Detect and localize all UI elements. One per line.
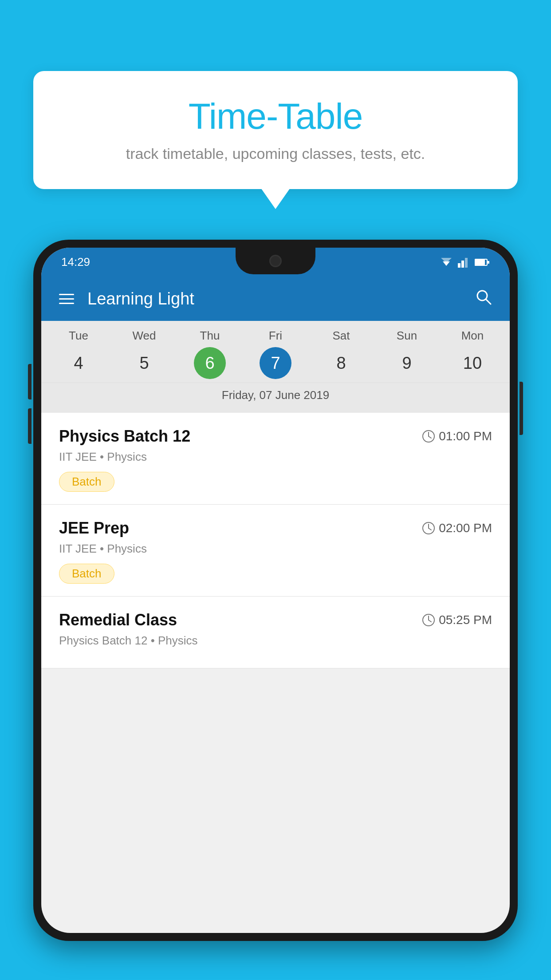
phone-shell: 14:29 <box>33 240 518 941</box>
day-number[interactable]: 4 <box>63 347 94 379</box>
day-cell-8[interactable]: Sat8 <box>312 329 370 379</box>
class-name: Physics Batch 12 <box>59 427 190 446</box>
day-cell-9[interactable]: Sun9 <box>378 329 436 379</box>
svg-marker-1 <box>441 258 452 263</box>
day-number[interactable]: 7 <box>260 347 291 379</box>
day-cell-6[interactable]: Thu6 <box>181 329 239 379</box>
svg-rect-3 <box>461 261 464 268</box>
svg-rect-4 <box>465 258 468 268</box>
app-bar: Learning Light <box>41 277 510 321</box>
signal-icon <box>458 257 470 268</box>
day-cell-7[interactable]: Fri7 <box>247 329 304 379</box>
class-card-1[interactable]: JEE Prep02:00 PMIIT JEE • PhysicsBatch <box>41 505 510 597</box>
wifi-icon <box>439 257 453 268</box>
speech-bubble-card: Time-Table track timetable, upcoming cla… <box>33 71 518 189</box>
day-name: Tue <box>69 329 88 343</box>
day-cell-10[interactable]: Mon10 <box>444 329 501 379</box>
day-number[interactable]: 5 <box>128 347 160 379</box>
class-time: 01:00 PM <box>422 429 492 443</box>
calendar-week: Tue4Wed5Thu6Fri7Sat8Sun9Mon10 Friday, 07… <box>41 321 510 413</box>
power-button <box>520 382 523 435</box>
day-name: Sun <box>397 329 417 343</box>
svg-line-15 <box>429 528 431 530</box>
app-title: Learning Light <box>87 289 475 308</box>
svg-rect-6 <box>475 260 485 265</box>
days-row: Tue4Wed5Thu6Fri7Sat8Sun9Mon10 <box>41 329 510 379</box>
class-time-text: 01:00 PM <box>439 429 492 443</box>
class-subtitle: IIT JEE • Physics <box>59 450 492 464</box>
clock-icon <box>422 522 435 535</box>
battery-icon <box>475 258 490 266</box>
svg-rect-7 <box>488 261 489 264</box>
class-header: Remedial Class05:25 PM <box>59 611 492 629</box>
hamburger-menu-button[interactable] <box>59 294 74 304</box>
day-number[interactable]: 6 <box>194 347 226 379</box>
bubble-subtitle: track timetable, upcoming classes, tests… <box>60 145 491 162</box>
class-time: 02:00 PM <box>422 521 492 535</box>
volume-up-button <box>28 364 31 399</box>
search-button[interactable] <box>475 288 492 309</box>
class-header: JEE Prep02:00 PM <box>59 519 492 537</box>
class-time-text: 02:00 PM <box>439 521 492 535</box>
svg-line-12 <box>429 436 431 438</box>
status-time: 14:29 <box>61 255 90 269</box>
day-number[interactable]: 10 <box>457 347 488 379</box>
day-name: Wed <box>133 329 156 343</box>
day-cell-4[interactable]: Tue4 <box>50 329 107 379</box>
class-name: Remedial Class <box>59 611 177 629</box>
volume-down-button <box>28 408 31 444</box>
day-number[interactable]: 8 <box>325 347 357 379</box>
bubble-title: Time-Table <box>60 95 491 137</box>
clock-icon <box>422 430 435 443</box>
day-number[interactable]: 9 <box>391 347 423 379</box>
clock-icon <box>422 613 435 627</box>
batch-badge: Batch <box>59 472 114 492</box>
batch-badge: Batch <box>59 564 114 584</box>
class-card-2[interactable]: Remedial Class05:25 PMPhysics Batch 12 •… <box>41 597 510 668</box>
svg-line-18 <box>429 620 431 622</box>
class-subtitle: IIT JEE • Physics <box>59 542 492 556</box>
class-name: JEE Prep <box>59 519 129 537</box>
day-name: Mon <box>461 329 484 343</box>
phone-notch <box>236 248 315 274</box>
class-list: Physics Batch 1201:00 PMIIT JEE • Physic… <box>41 413 510 668</box>
day-name: Fri <box>269 329 282 343</box>
svg-line-9 <box>486 299 491 304</box>
phone-screen: 14:29 <box>41 248 510 933</box>
day-name: Sat <box>332 329 350 343</box>
class-card-0[interactable]: Physics Batch 1201:00 PMIIT JEE • Physic… <box>41 413 510 505</box>
svg-rect-2 <box>458 263 460 268</box>
front-camera <box>269 255 282 267</box>
selected-date-label: Friday, 07 June 2019 <box>41 383 510 408</box>
class-header: Physics Batch 1201:00 PM <box>59 427 492 446</box>
day-name: Thu <box>200 329 220 343</box>
class-time-text: 05:25 PM <box>439 613 492 627</box>
class-time: 05:25 PM <box>422 613 492 627</box>
class-subtitle: Physics Batch 12 • Physics <box>59 634 492 648</box>
status-icons <box>439 257 490 268</box>
day-cell-5[interactable]: Wed5 <box>115 329 173 379</box>
